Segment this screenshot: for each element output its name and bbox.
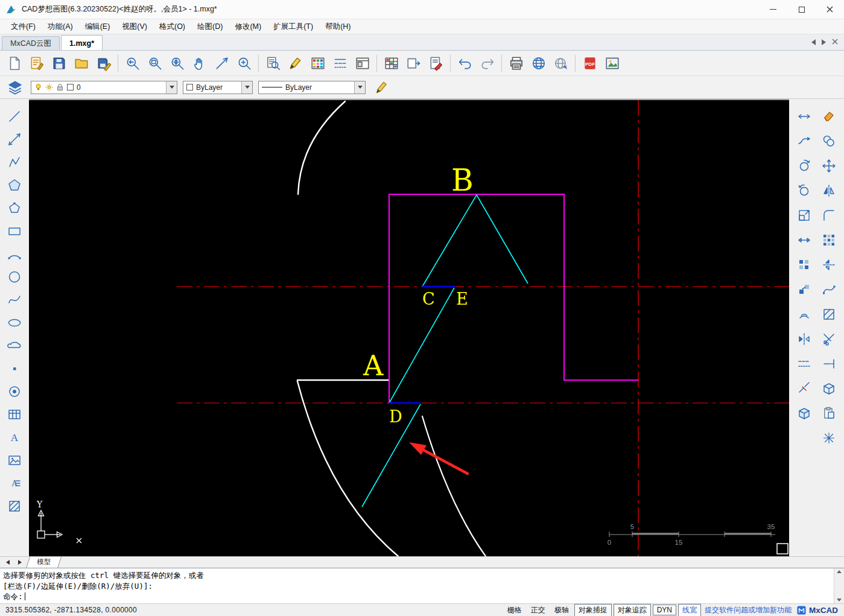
trim-button[interactable] [819,330,839,348]
rotate-ccw-button[interactable] [795,182,814,200]
find-button[interactable] [262,52,284,74]
linetype-select[interactable]: ByLayer [258,81,366,94]
line-button[interactable] [5,107,24,125]
offset-button[interactable] [795,305,814,323]
rectangle-button[interactable] [5,222,24,240]
zoom-realtime-button[interactable] [233,52,255,74]
status-toggle-dyn[interactable]: DYN [653,605,676,615]
hatch-button[interactable] [5,497,24,515]
linetype-scale-button[interactable] [795,355,814,373]
box-3d2-button[interactable] [819,379,839,398]
mirror-button[interactable] [819,182,839,200]
undo-button[interactable] [454,52,476,74]
measure-line-button[interactable] [211,52,233,74]
drawing-canvas[interactable]: BACEDY535015 [29,100,789,556]
open-drawing-button[interactable] [25,52,48,74]
circle-button[interactable] [5,268,24,286]
tab-close-button[interactable] [832,38,838,46]
stretch-button[interactable] [795,107,814,125]
polygon-button[interactable] [5,176,24,194]
zoom-window-button[interactable] [144,52,166,74]
color-palette-button[interactable] [306,52,329,74]
open-button[interactable] [70,52,92,74]
array-move-button[interactable] [795,281,814,299]
extend-button[interactable] [819,355,839,373]
zoom-previous-button[interactable] [121,52,144,74]
scale-button[interactable] [795,206,814,224]
menu-ext-tools[interactable]: 扩展工具(T) [267,20,319,34]
revision-cloud-button[interactable] [5,337,24,355]
break-button[interactable] [795,379,814,398]
status-toggle-otrack[interactable]: 对象追踪 [614,604,651,616]
model-tab[interactable]: 模型 [26,557,62,568]
linetype-select-arrow[interactable] [354,81,365,94]
status-toggle-ortho[interactable]: 正交 [527,605,549,616]
doc-tab-1-mxg[interactable]: 1.mxg* [61,35,103,50]
polygon-edge-button[interactable] [5,199,24,217]
tab-scroll-left-button[interactable] [811,39,816,45]
edit-properties-button[interactable] [371,78,392,97]
layout-prev-button[interactable] [4,558,12,567]
mtext-button[interactable]: A [5,474,24,492]
redo-button[interactable] [476,52,498,74]
pan-button[interactable] [188,52,211,74]
drawing-area[interactable]: BACEDY535015 [29,99,789,556]
array-rect-button[interactable] [819,231,839,249]
move-button[interactable] [819,157,839,175]
layer-select-arrow[interactable] [166,81,177,94]
menu-function[interactable]: 功能(A) [42,20,79,34]
command-input-line[interactable]: 命令: [3,591,831,602]
web-publish-button[interactable] [527,52,550,74]
status-toggle-polar[interactable]: 极轴 [551,605,573,616]
menu-draw[interactable]: 绘图(D) [191,20,229,34]
array-button[interactable] [795,256,814,274]
rotate-button[interactable] [795,157,814,175]
layer-manager-button[interactable] [380,52,402,74]
status-toggle-osnap[interactable]: 对象捕捉 [574,604,612,616]
arc-button[interactable] [5,245,24,263]
ellipse-button[interactable] [5,314,24,332]
save-button[interactable] [48,52,70,74]
save-as-button[interactable] [92,52,115,74]
pdf-export-button[interactable]: PDF [579,52,601,74]
menu-file[interactable]: 文件(F) [5,20,42,34]
box-3d-button[interactable] [795,404,814,422]
zoom-extents-button[interactable] [166,52,188,74]
color-select-arrow[interactable] [241,81,252,94]
close-button[interactable] [816,0,844,19]
spline-edit-button[interactable] [819,281,839,299]
doc-tab-mxcad-cloud[interactable]: MxCAD云图 [2,36,60,50]
color-select[interactable]: ByLayer [183,81,253,94]
flip-button[interactable] [795,330,814,348]
layer-manager-button[interactable] [5,78,25,97]
minimize-button[interactable] [759,0,787,19]
paste-button[interactable] [819,404,839,422]
image-button[interactable] [5,451,24,469]
region-button[interactable] [5,383,24,401]
explode-button[interactable] [819,429,839,447]
point-button[interactable] [5,360,24,378]
layout-button[interactable] [351,52,373,74]
status-toggle-grid[interactable]: 栅格 [504,605,525,616]
draw-order-button[interactable] [284,52,306,74]
menu-edit[interactable]: 编辑(E) [79,20,116,34]
maximize-button[interactable] [787,0,816,19]
construction-line-button[interactable] [5,130,24,148]
table-button[interactable] [5,405,24,424]
insert-block-button[interactable] [402,52,425,74]
hatch-edit-button[interactable] [819,305,839,323]
annotate-button[interactable] [425,52,447,74]
menu-format[interactable]: 格式(O) [153,20,191,34]
command-window[interactable]: 选择要修剪的对象或按住 ctrl 键选择要延伸的对象，或者 [栏选(F)/边延伸… [0,568,844,603]
status-toggle-lineweight[interactable]: 线宽 [678,604,701,616]
web-share-button[interactable] [550,52,572,74]
copy-button[interactable] [819,132,839,150]
measure-button[interactable] [795,231,814,249]
fillet-button[interactable] [819,206,839,224]
menu-view[interactable]: 视图(V) [116,20,153,34]
menu-modify[interactable]: 修改(M) [229,20,267,34]
command-scrollbar[interactable] [834,568,844,603]
text-button[interactable]: A [5,428,24,446]
layer-select[interactable]: 0 [31,81,177,94]
image-export-button[interactable] [601,52,623,74]
